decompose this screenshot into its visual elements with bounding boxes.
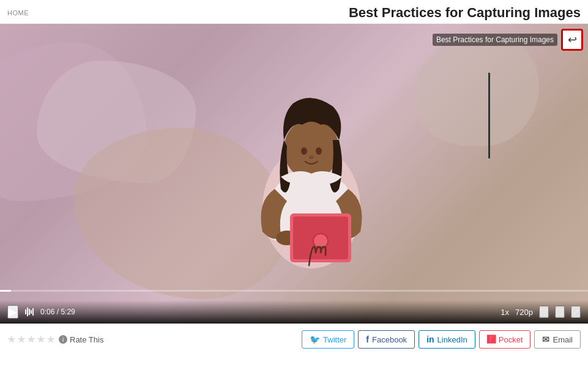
waveform-bar xyxy=(31,310,32,314)
finger-details xyxy=(306,244,343,268)
pip-button[interactable]: ⊡ xyxy=(555,306,565,318)
facebook-label: Facebook xyxy=(372,335,407,344)
controls-right: 1x 720p ⊟ ⊡ ⤢ xyxy=(501,306,581,318)
twitter-label: Twitter xyxy=(323,335,346,344)
email-label: Email xyxy=(553,335,573,344)
page-title: Best Practices for Capturing Images xyxy=(349,5,581,21)
share-overlay: Best Practices for Capturing Images ↩ xyxy=(433,29,583,51)
video-container: ▶ 0:06 / 5:29 1x 720p ⊟ ⊡ ⤢ Best Practic… xyxy=(0,24,588,324)
waveform-bar xyxy=(27,308,28,316)
video-thumbnail xyxy=(0,24,588,324)
waveform-bars xyxy=(25,308,34,316)
share-label: Best Practices for Capturing Images xyxy=(433,34,557,46)
bottom-bar: i Rate This 🐦 Twitter f Facebook in Link… xyxy=(0,324,588,355)
top-bar: HOME Best Practices for Capturing Images xyxy=(0,0,588,24)
fullscreen-button[interactable]: ⤢ xyxy=(571,306,581,318)
play-button[interactable]: ▶ xyxy=(7,305,18,319)
quality-control[interactable]: 720p xyxy=(515,308,533,317)
star-rating[interactable] xyxy=(7,335,55,344)
linkedin-label: LinkedIn xyxy=(437,335,467,344)
video-progress-bar[interactable] xyxy=(0,290,588,292)
rate-info: i Rate This xyxy=(59,335,103,344)
pocket-label: Pocket xyxy=(499,335,523,344)
social-buttons: 🐦 Twitter f Facebook in LinkedIn 🅿 Pocke… xyxy=(302,330,581,349)
star-2[interactable] xyxy=(17,335,26,344)
email-share-button[interactable]: ✉ Email xyxy=(534,330,581,349)
share-button[interactable]: ↩ xyxy=(561,29,583,51)
linkedin-icon: in xyxy=(426,335,434,344)
star-5[interactable] xyxy=(47,335,55,344)
decorative-line xyxy=(488,73,490,158)
info-icon[interactable]: i xyxy=(59,335,67,344)
twitter-share-button[interactable]: 🐦 Twitter xyxy=(302,330,354,349)
video-controls: ▶ 0:06 / 5:29 1x 720p ⊟ ⊡ ⤢ xyxy=(0,300,588,324)
email-icon: ✉ xyxy=(542,335,549,344)
waveform-bar xyxy=(29,309,30,315)
star-4[interactable] xyxy=(37,335,45,344)
twitter-icon: 🐦 xyxy=(310,335,320,344)
svg-point-10 xyxy=(309,155,314,159)
rating-section: i Rate This xyxy=(7,335,302,344)
waveform xyxy=(23,308,35,316)
star-3[interactable] xyxy=(27,335,35,344)
pocket-share-button[interactable]: 🅿 Pocket xyxy=(479,330,531,349)
video-progress-fill xyxy=(0,290,11,292)
rate-this-label: Rate This xyxy=(70,335,103,344)
subtitles-button[interactable]: ⊟ xyxy=(539,306,549,318)
svg-point-8 xyxy=(301,147,307,155)
waveform-bar xyxy=(32,308,34,316)
svg-point-9 xyxy=(316,147,322,155)
background-blob-4 xyxy=(417,36,539,146)
linkedin-share-button[interactable]: in LinkedIn xyxy=(419,330,475,349)
speed-control[interactable]: 1x xyxy=(501,308,509,317)
facebook-share-button[interactable]: f Facebook xyxy=(358,330,415,349)
waveform-bar xyxy=(25,309,26,314)
facebook-icon: f xyxy=(366,335,369,344)
breadcrumb: HOME xyxy=(7,9,29,17)
video-time: 0:06 / 5:29 xyxy=(40,308,75,316)
star-1[interactable] xyxy=(7,335,16,344)
pocket-icon: 🅿 xyxy=(487,335,496,344)
